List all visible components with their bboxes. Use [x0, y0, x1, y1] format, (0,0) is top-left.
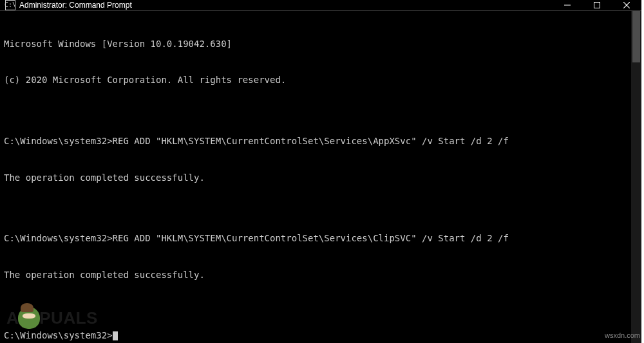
cmd-icon: C:\: [5, 0, 15, 10]
watermark-suffix: PUALS: [39, 308, 98, 328]
watermark-prefix: A: [6, 308, 19, 328]
terminal-line: The operation completed successfully.: [4, 172, 627, 184]
terminal-line: Microsoft Windows [Version 10.0.19042.63…: [4, 38, 627, 50]
terminal-prompt: C:\Windows\system32>: [4, 329, 627, 342]
vertical-scrollbar[interactable]: [631, 11, 641, 343]
command-prompt-window: C:\ Administrator: Command Prompt Micros…: [0, 0, 641, 324]
titlebar[interactable]: C:\ Administrator: Command Prompt: [0, 0, 641, 11]
terminal-area: Microsoft Windows [Version 10.0.19042.63…: [0, 11, 641, 343]
minimize-icon: [564, 2, 571, 8]
watermark-face-icon: [18, 307, 40, 329]
terminal-line: (c) 2020 Microsoft Corporation. All righ…: [4, 74, 627, 86]
terminal-line: C:\Windows\system32>REG ADD "HKLM\SYSTEM…: [4, 232, 627, 245]
scrollbar-thumb[interactable]: [632, 11, 640, 62]
maximize-icon: [594, 2, 600, 8]
terminal-line: C:\Windows\system32>REG ADD "HKLM\SYSTEM…: [4, 135, 627, 147]
terminal-line: The operation completed successfully.: [4, 269, 627, 281]
attribution-text: wsxdn.com: [605, 331, 640, 339]
close-button[interactable]: [612, 0, 641, 10]
watermark-logo: A PUALS: [6, 307, 98, 329]
terminal-output[interactable]: Microsoft Windows [Version 10.0.19042.63…: [0, 11, 631, 343]
close-icon: [623, 2, 630, 8]
window-title: Administrator: Command Prompt: [19, 1, 132, 10]
svg-rect-1: [594, 3, 600, 8]
prompt-text: C:\Windows\system32>: [4, 330, 113, 340]
window-controls: [553, 0, 641, 10]
maximize-button[interactable]: [582, 0, 612, 10]
minimize-button[interactable]: [553, 0, 582, 10]
titlebar-left: C:\ Administrator: Command Prompt: [0, 0, 132, 10]
cursor: [113, 331, 118, 340]
